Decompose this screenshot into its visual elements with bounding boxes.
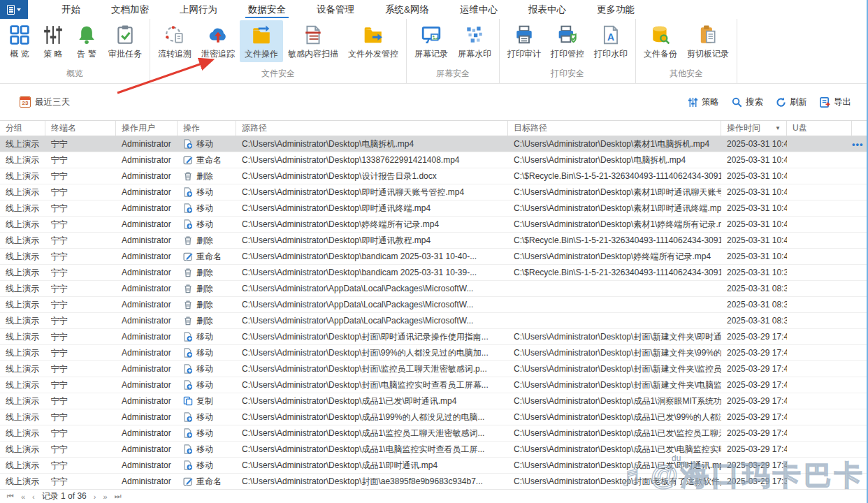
operation-label: 删除 [196,170,213,182]
refresh-button[interactable]: 刷新 [776,96,807,108]
menu-tab[interactable]: 开始 [46,0,96,19]
table-row[interactable]: 线上演示宁宁Administrator移动C:\Users\Administra… [0,184,867,201]
table-row[interactable]: 线上演示宁宁Administrator移动C:\Users\Administra… [0,136,867,152]
ribbon-button[interactable]: 文件操作 [240,20,283,62]
cell-op: 移动 [178,444,236,455]
column-header-source[interactable]: 源路径 [236,121,508,136]
ribbon-button[interactable]: 审批任务 [103,20,147,62]
app-menu-button[interactable] [0,0,28,19]
operation-label: 移动 [196,219,213,231]
cell-target: C:\$Recycle.Bin\S-1-5-21-326340493-11140… [508,235,721,245]
menu-tab[interactable]: 运维中心 [444,0,513,19]
table-row[interactable]: 线上演示宁宁Administrator重命名C:\Users\Administr… [0,152,867,168]
operation-label: 重命名 [196,476,222,488]
ribbon-button[interactable]: 流转追溯 [153,20,196,62]
cell-source: C:\Users\Administrator\Desktop\婷终端所有记录.m… [236,219,508,231]
ribbon-button[interactable]: 文件备份 [639,20,682,62]
menu-tab[interactable]: 设备管理 [301,0,370,19]
cell-source: C:\Users\Administrator\Desktop\封面\ae3895… [236,476,508,488]
table-row[interactable]: 线上演示宁宁Administrator重命名C:\Users\Administr… [0,249,867,265]
table-row[interactable]: 线上演示宁宁Administrator移动C:\Users\Administra… [0,425,867,442]
ribbon-button[interactable]: 概 览 [3,20,36,62]
ribbon-button[interactable]: 泄密追踪 [196,20,240,62]
table-row[interactable]: 线上演示宁宁Administrator移动C:\Users\Administra… [0,377,867,393]
policy-button[interactable]: 策略 [688,96,719,108]
table-row[interactable]: 线上演示宁宁Administrator移动C:\Users\Administra… [0,361,867,377]
prev-page-button[interactable]: ‹ [32,493,35,501]
table-row[interactable]: 线上演示宁宁Administrator删除C:\Users\Administra… [0,297,867,313]
ribbon-button[interactable]: 敏感内容扫描 [283,20,343,62]
first-page-button[interactable]: ⏮ [7,492,14,501]
table-row[interactable]: 线上演示宁宁Administrator移动C:\Users\Administra… [0,442,867,458]
table-row[interactable]: 线上演示宁宁Administrator移动C:\Users\Administra… [0,217,867,233]
cell-group: 线上演示 [0,476,45,488]
column-header-time[interactable]: 操作时间▼ [721,121,787,136]
table-row[interactable]: 线上演示宁宁Administrator删除C:\Users\Administra… [0,265,867,281]
menu-tab[interactable]: 更多功能 [581,0,650,19]
ribbon-button[interactable]: 文件外发管控 [343,20,403,62]
filter-caret-icon[interactable]: ▼ [775,125,781,131]
table-row[interactable]: 线上演示宁宁Administrator移动C:\Users\Administra… [0,345,867,361]
cell-group: 线上演示 [0,138,45,150]
date-filter-label: 最近三天 [35,96,70,108]
delete-icon [183,235,193,245]
cell-source: C:\Users\Administrator\Desktop\bandicam … [236,252,508,261]
column-header-op[interactable]: 操作 [178,121,236,136]
table-row[interactable]: 线上演示宁宁Administrator复制C:\Users\Administra… [0,393,867,409]
table-row[interactable]: 线上演示宁宁Administrator移动C:\Users\Administra… [0,329,867,345]
row-actions-menu[interactable]: ••• [852,139,865,150]
cell-group: 线上演示 [0,428,45,439]
table-row[interactable]: 线上演示宁宁Administrator删除C:\Users\Administra… [0,281,867,297]
table-row[interactable]: 线上演示宁宁Administrator删除C:\Users\Administra… [0,313,867,329]
table-row[interactable]: 线上演示宁宁Administrator重命名C:\Users\Administr… [0,474,867,489]
menu-tab[interactable]: 文档加密 [96,0,164,19]
cell-group: 线上演示 [0,235,45,247]
cell-source: C:\Users\Administrator\Desktop\即时通讯教程.mp… [236,235,508,247]
ribbon-button[interactable]: 打印审计 [502,20,546,62]
menu-tab[interactable]: 报表中心 [513,0,581,19]
cell-op: 移动 [178,363,236,375]
column-header-user[interactable]: 操作用户 [116,121,178,136]
ribbon-button[interactable]: A打印水印 [589,20,632,62]
app-window: 开始文档加密上网行为数据安全设备管理系统&网络运维中心报表中心更多功能 概 览策… [0,0,868,503]
cell-user: Administrator [116,219,178,229]
cell-terminal: 宁宁 [45,363,116,375]
column-header-usb[interactable]: U盘 [787,121,852,136]
cell-terminal: 宁宁 [45,444,116,455]
export-button[interactable]: 导出 [820,96,851,108]
table-row[interactable]: 线上演示宁宁Administrator删除C:\Users\Administra… [0,168,867,184]
column-header-target[interactable]: 目标路径 [508,121,721,136]
date-filter-button[interactable]: 23 最近三天 [20,96,70,108]
last-page-button[interactable]: ⏭ [115,492,122,501]
column-header-terminal[interactable]: 终端名 [45,121,116,136]
search-button[interactable]: 搜索 [732,96,763,108]
cell-target: C:\Users\Administrator\Desktop\封面\新建文件夹\… [508,347,721,359]
table-row[interactable]: 线上演示宁宁Administrator移动C:\Users\Administra… [0,458,867,474]
ribbon-button[interactable]: 屏幕记录 [410,20,453,62]
column-header-stub[interactable] [852,121,868,136]
table-row[interactable]: 线上演示宁宁Administrator删除C:\Users\Administra… [0,233,867,249]
table-row[interactable]: 线上演示宁宁Administrator移动C:\Users\Administra… [0,201,867,217]
export-icon [820,97,830,108]
ribbon-button[interactable]: 屏幕水印 [453,20,496,62]
table-row[interactable]: 线上演示宁宁Administrator移动C:\Users\Administra… [0,409,867,425]
ribbon-button[interactable]: 打印管控 [546,20,589,62]
ribbon-button-label: 打印管控 [551,48,584,60]
cell-group: 线上演示 [0,331,45,343]
fast-next-button[interactable]: » [103,493,107,501]
ribbon-group-label: 打印安全 [502,66,632,83]
toolbar-action-label: 策略 [702,96,719,108]
fast-prev-button[interactable]: « [21,493,25,501]
next-page-button[interactable]: › [94,493,96,501]
move-icon [183,187,193,197]
ribbon-button[interactable]: 剪切板记录 [682,20,734,62]
cell-time: 2025-03-29 17:49:58 [721,332,787,342]
ribbon-button[interactable]: 告 警 [70,20,103,62]
menu-tab[interactable]: 系统&网络 [370,0,444,19]
column-header-group[interactable]: 分组 [0,121,45,136]
operation-label: 移动 [196,203,213,214]
menu-tab[interactable]: 上网行为 [164,0,233,19]
menu-tab[interactable]: 数据安全 [233,0,301,19]
refresh-icon [776,97,786,108]
ribbon-button[interactable]: 策 略 [36,20,70,62]
